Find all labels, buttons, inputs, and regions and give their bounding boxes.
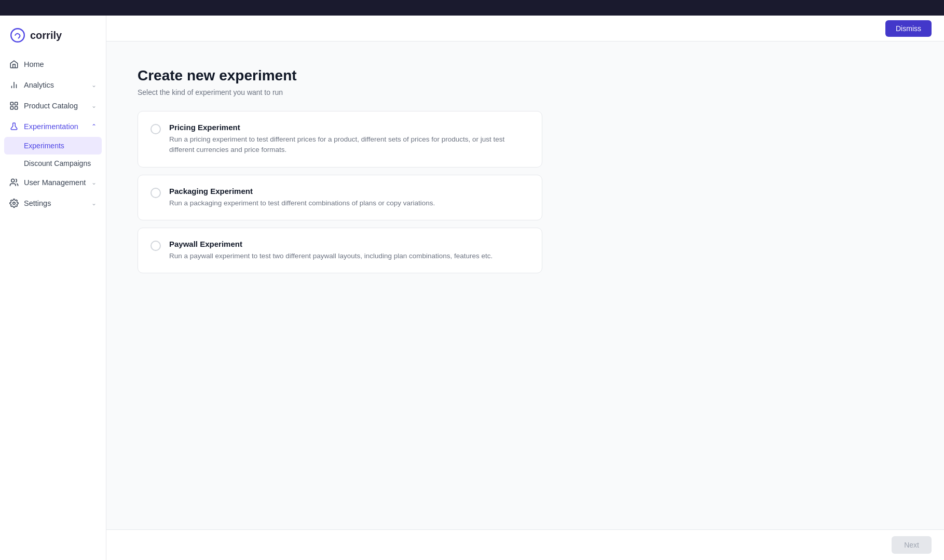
radio-paywall[interactable]	[151, 241, 161, 251]
sidebar-subitem-discount-campaigns[interactable]: Discount Campaigns	[0, 155, 106, 172]
sidebar-item-product-catalog-label: Product Catalog	[24, 102, 78, 110]
product-catalog-chevron: ⌄	[91, 102, 97, 109]
sidebar-item-experimentation-label: Experimentation	[24, 122, 78, 131]
dismiss-button[interactable]: Dismiss	[885, 20, 932, 37]
svg-rect-3	[10, 107, 13, 109]
header-bar: Dismiss	[106, 16, 944, 41]
logo-text: corrily	[30, 30, 62, 41]
experiment-card-pricing-title: Pricing Experiment	[169, 123, 529, 132]
user-management-chevron: ⌄	[91, 179, 97, 186]
experiment-card-paywall-desc: Run a paywall experiment to test two dif…	[169, 251, 492, 261]
svg-point-7	[13, 202, 16, 205]
sidebar-item-experimentation[interactable]: Experimentation ⌃	[0, 116, 106, 137]
svg-rect-1	[10, 102, 13, 105]
sidebar-item-user-management[interactable]: User Management ⌄	[0, 172, 106, 193]
sidebar-item-home-label: Home	[24, 60, 44, 68]
sidebar: corrily Home Analytics ⌄	[0, 16, 106, 560]
experiment-card-paywall-title: Paywall Experiment	[169, 240, 492, 248]
experimentation-icon	[9, 122, 19, 131]
experiment-card-packaging-title: Packaging Experiment	[169, 187, 435, 195]
sidebar-item-settings[interactable]: Settings ⌄	[0, 193, 106, 214]
svg-rect-4	[15, 107, 18, 109]
experiment-card-paywall-text: Paywall Experiment Run a paywall experim…	[169, 240, 492, 261]
sidebar-item-home[interactable]: Home	[0, 54, 106, 75]
user-management-icon	[9, 178, 19, 187]
sidebar-item-analytics-label: Analytics	[24, 81, 54, 89]
settings-chevron: ⌄	[91, 200, 97, 207]
main-content: Dismiss Create new experiment Select the…	[106, 16, 944, 560]
product-catalog-icon	[9, 101, 19, 110]
experiment-card-paywall[interactable]: Paywall Experiment Run a paywall experim…	[138, 228, 542, 273]
svg-rect-2	[15, 102, 18, 105]
experiment-card-packaging-desc: Run a packaging experiment to test diffe…	[169, 198, 435, 208]
sidebar-item-product-catalog[interactable]: Product Catalog ⌄	[0, 95, 106, 116]
experiment-card-pricing[interactable]: Pricing Experiment Run a pricing experim…	[138, 111, 542, 167]
analytics-chevron: ⌄	[91, 81, 97, 89]
sidebar-subitem-experiments-label: Experiments	[24, 142, 64, 150]
radio-pricing[interactable]	[151, 124, 161, 134]
top-bar	[0, 0, 944, 16]
analytics-icon	[9, 80, 19, 90]
settings-icon	[9, 199, 19, 208]
next-button[interactable]: Next	[892, 536, 932, 554]
svg-point-0	[11, 29, 24, 42]
page-title: Create new experiment	[138, 67, 542, 84]
sidebar-item-analytics[interactable]: Analytics ⌄	[0, 75, 106, 95]
sidebar-item-user-management-label: User Management	[24, 178, 86, 187]
experimentation-chevron: ⌃	[91, 123, 97, 130]
sidebar-subitem-discount-campaigns-label: Discount Campaigns	[24, 159, 91, 167]
corrily-logo-icon	[9, 27, 26, 44]
experiment-card-pricing-desc: Run a pricing experiment to test differe…	[169, 134, 529, 156]
home-icon	[9, 60, 19, 69]
experiment-card-packaging-text: Packaging Experiment Run a packaging exp…	[169, 187, 435, 208]
svg-point-6	[11, 179, 15, 182]
sidebar-subitem-experiments[interactable]: Experiments	[4, 137, 102, 155]
content-area: Create new experiment Select the kind of…	[106, 41, 573, 560]
sidebar-item-settings-label: Settings	[24, 199, 51, 207]
logo-area: corrily	[0, 21, 106, 54]
page-subtitle: Select the kind of experiment you want t…	[138, 88, 542, 96]
bottom-bar: Next	[106, 529, 944, 560]
radio-packaging[interactable]	[151, 188, 161, 198]
experiment-card-packaging[interactable]: Packaging Experiment Run a packaging exp…	[138, 175, 542, 220]
experiment-card-pricing-text: Pricing Experiment Run a pricing experim…	[169, 123, 529, 156]
